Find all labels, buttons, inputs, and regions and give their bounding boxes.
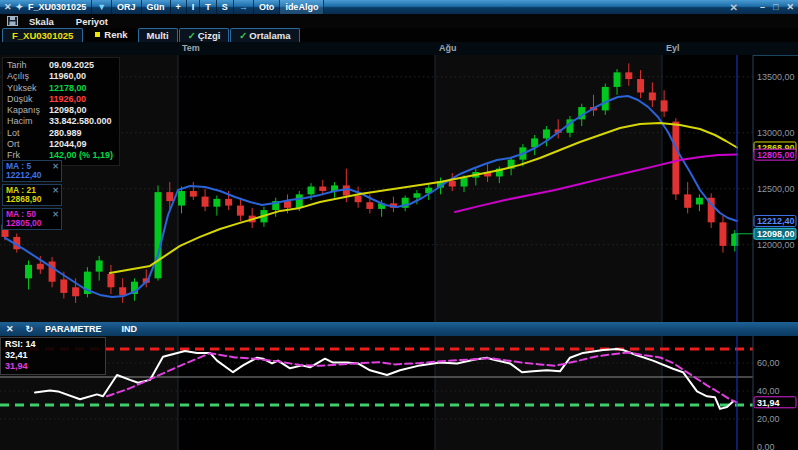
axis-tick-label: 12098,00 <box>757 229 795 239</box>
candle-body <box>649 93 656 101</box>
ma-value: 12868,90 <box>6 195 59 204</box>
candle-body <box>308 187 315 195</box>
candle-body <box>49 262 56 282</box>
candle-body <box>461 178 468 187</box>
quote-value: 11926,00 <box>49 94 86 105</box>
ma-box: MA : 5✕12212,40 <box>2 160 62 182</box>
close-icon[interactable]: ✕ <box>782 2 798 12</box>
candle-body <box>614 72 621 87</box>
candle-body <box>60 279 67 292</box>
button-multi-label: Multi <box>147 30 169 41</box>
axis-tick-label: 13000,00 <box>757 128 795 138</box>
tab-symbol[interactable]: F_XU0301025 <box>2 28 83 42</box>
quote-row: Düşük11926,00 <box>7 94 119 105</box>
candle-body <box>119 287 126 295</box>
candle-body <box>296 194 303 207</box>
menu-parametre[interactable]: PARAMETRE <box>39 324 115 334</box>
minimize-icon[interactable]: – <box>756 2 769 12</box>
ma-box: MA : 50✕12805,00 <box>2 208 62 230</box>
menu-item-orj[interactable]: ORJ <box>112 0 142 14</box>
menu-item-s[interactable]: S <box>217 0 234 14</box>
axis-tick-label: 31,94 <box>757 398 780 408</box>
titlebar: ✕ ✦ F_XU0301025 ▼ ORJ Gün + I T S → Oto … <box>0 0 798 14</box>
candle-body <box>213 199 220 207</box>
tabbar: F_XU0301025 Renk Multi ✓ Çizgi ✓ Ortalam… <box>0 28 798 43</box>
menu-item-idealgo[interactable]: ideAlgo <box>280 0 324 14</box>
rsi-value: 32,41 <box>5 350 105 361</box>
arrow-right-icon[interactable]: → <box>234 0 254 14</box>
quote-label: Tarih <box>7 60 49 71</box>
ma-legend-boxes: MA : 5✕12212,40MA : 21✕12868,90MA : 50✕1… <box>2 160 62 232</box>
indicator-close-icon[interactable]: ✕ <box>0 324 20 334</box>
month-band <box>662 336 753 450</box>
ma-close-icon[interactable]: ✕ <box>52 162 59 171</box>
month-axis: TemAğuEyl <box>0 42 798 56</box>
candle-body <box>413 193 420 197</box>
menu-item-i[interactable]: I <box>187 0 201 14</box>
menu-item-oto[interactable]: Oto <box>254 0 281 14</box>
quote-value: 33.842.580.000 <box>49 116 112 127</box>
candle-body <box>190 191 197 197</box>
quote-row: Hacim33.842.580.000 <box>7 116 119 127</box>
quote-value: 12178,00 <box>49 83 87 94</box>
check-icon: ✓ <box>239 30 247 41</box>
menu-item-gun[interactable]: Gün <box>142 0 171 14</box>
rsi-legend: RSI: 14 32,41 31,94 <box>0 337 106 375</box>
symbol-dropdown-icon[interactable]: ▼ <box>92 0 112 14</box>
quote-row: Ort12044,09 <box>7 139 119 150</box>
candle-body <box>625 72 632 79</box>
month-label: Eyl <box>666 43 680 53</box>
renk-control[interactable]: Renk <box>95 29 127 40</box>
window-close-alt-icon[interactable]: ✕ <box>726 2 742 13</box>
candle-body <box>96 260 103 271</box>
pin-icon[interactable]: ✦ <box>16 2 24 12</box>
candle-body <box>684 194 691 207</box>
month-label: Tem <box>182 43 200 53</box>
ma-value: 12805,00 <box>6 219 59 228</box>
axis-tick-label: 12000,00 <box>757 240 795 250</box>
axis-tick-label: 12500,00 <box>757 184 795 194</box>
ma-close-icon[interactable]: ✕ <box>52 186 59 195</box>
candle-body <box>25 265 32 278</box>
candle-body <box>719 222 726 246</box>
candle-body <box>107 274 114 287</box>
axis-tick-label: 40,00 <box>757 386 780 396</box>
rsi-name: RSI: 14 <box>5 339 105 350</box>
menu-periyot[interactable]: Periyot <box>65 16 119 27</box>
quote-value: 12044,09 <box>49 139 87 150</box>
month-band <box>178 336 435 450</box>
quote-row: Lot280.989 <box>7 128 119 139</box>
chart-close-icon[interactable]: ✕ <box>0 2 16 12</box>
candle-body <box>225 199 232 206</box>
maximize-icon[interactable]: □ <box>769 2 782 12</box>
candle-body <box>366 202 373 209</box>
quote-panel: Tarih09.09.2025Açılış11960,00Yüksek12178… <box>2 57 120 166</box>
save-icon[interactable] <box>7 16 18 26</box>
menu-skala[interactable]: Skala <box>18 16 65 27</box>
ma-close-icon[interactable]: ✕ <box>52 210 59 219</box>
menu-item-t[interactable]: T <box>200 0 217 14</box>
axis-tick-label: 13500,00 <box>757 72 795 82</box>
menu-ind[interactable]: IND <box>115 324 151 334</box>
candle-body <box>637 79 644 92</box>
candle-body <box>37 264 44 270</box>
quote-value: 09.09.2025 <box>49 60 94 71</box>
candle-body <box>672 122 679 195</box>
candle-body <box>284 201 291 208</box>
renk-label: Renk <box>104 29 127 40</box>
button-cizgi[interactable]: ✓ Çizgi <box>179 28 230 42</box>
axis-tick-label: 12805,00 <box>757 150 795 160</box>
symbol-title: F_XU0301025 <box>23 0 92 14</box>
button-ortalama[interactable]: ✓ Ortalama <box>230 28 299 42</box>
quote-value: 12098,00 <box>49 105 87 116</box>
menu-item-plus[interactable]: + <box>171 0 187 14</box>
quote-label: Ort <box>7 139 49 150</box>
ma-box: MA : 21✕12868,90 <box>2 184 62 206</box>
color-swatch-icon <box>95 32 100 37</box>
rsi-signal-value: 31,94 <box>5 361 105 372</box>
candle-body <box>166 192 173 201</box>
rsi-chart[interactable]: 60,0040,0020,000,0031,94 <box>0 336 798 450</box>
refresh-icon[interactable]: ↻ <box>20 324 40 334</box>
button-multi[interactable]: Multi <box>138 28 178 42</box>
candle-body <box>72 287 79 296</box>
